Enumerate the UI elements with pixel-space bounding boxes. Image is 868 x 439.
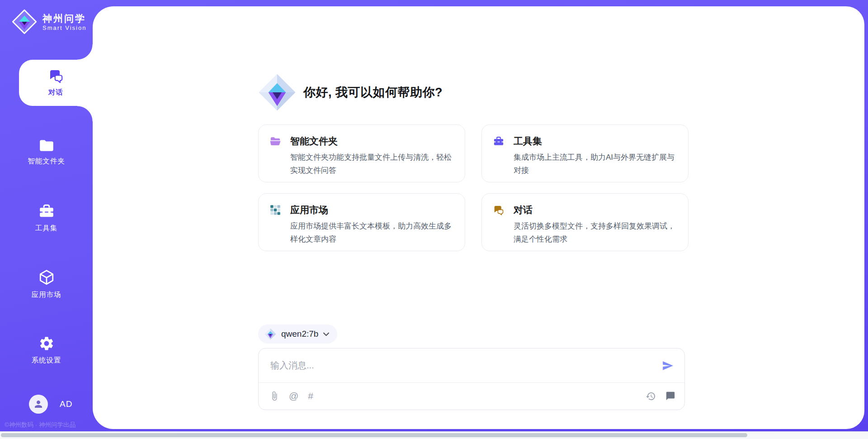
app-background: 神州问学 Smart Vision 对话 智能文件夹 工具集 xyxy=(0,0,868,432)
feature-card-chat[interactable]: 对话 灵活切换多模型文件，支持多样回复效果调试，满足个性化需求 xyxy=(481,193,689,251)
sidebar: 神州问学 Smart Vision 对话 智能文件夹 工具集 xyxy=(0,0,93,432)
brand-text: 神州问学 Smart Vision xyxy=(42,13,86,31)
card-description: 智能文件夹功能支持批量文件上传与清洗，轻松实现文件问答 xyxy=(290,151,454,177)
person-icon xyxy=(33,399,44,410)
chevron-down-icon xyxy=(323,332,329,336)
toolbox-icon xyxy=(38,203,55,220)
user-profile[interactable]: AD xyxy=(29,395,72,414)
feature-cards: 智能文件夹 智能文件夹功能支持批量文件上传与清洗，轻松实现文件问答 工具集 集成… xyxy=(258,124,685,251)
sidebar-item-label: 系统设置 xyxy=(32,356,61,365)
assistant-logo-icon xyxy=(258,73,296,111)
composer-input-row xyxy=(259,348,684,383)
brand-subtitle: Smart Vision xyxy=(42,24,86,31)
horizontal-scrollbar[interactable] xyxy=(0,431,868,439)
message-input[interactable] xyxy=(269,360,660,371)
feature-card-toolset[interactable]: 工具集 集成市场上主流工具，助力AI与外界无缝扩展与对接 xyxy=(481,124,689,182)
sidebar-item-toolset[interactable]: 工具集 xyxy=(0,202,93,234)
brand-name: 神州问学 xyxy=(42,13,86,24)
paperclip-icon xyxy=(269,391,279,401)
user-name: AD xyxy=(60,399,72,409)
topic-button[interactable]: # xyxy=(308,391,313,401)
sidebar-item-smart-folder[interactable]: 智能文件夹 xyxy=(0,136,93,168)
sidebar-item-app-market[interactable]: 应用市场 xyxy=(0,268,93,301)
greeting: 你好, 我可以如何帮助你? xyxy=(258,73,443,111)
greeting-title: 你好, 我可以如何帮助你? xyxy=(303,84,443,100)
send-icon xyxy=(662,360,674,372)
sidebar-item-label: 工具集 xyxy=(35,224,58,233)
sidebar-item-label: 对话 xyxy=(48,88,63,97)
brand: 神州问学 Smart Vision xyxy=(12,9,86,34)
model-logo-icon xyxy=(264,328,276,340)
sidebar-item-label: 智能文件夹 xyxy=(28,157,65,166)
send-button[interactable] xyxy=(660,358,675,373)
sidebar-item-chat[interactable]: 对话 xyxy=(19,60,93,106)
sidebar-item-settings[interactable]: 系统设置 xyxy=(0,334,93,367)
card-description: 灵活切换多模型文件，支持多样回复效果调试，满足个性化需求 xyxy=(514,220,677,246)
folder-open-icon xyxy=(269,136,281,146)
folder-icon xyxy=(38,138,55,153)
sidebar-footer: ©神州数码 · 神州问学出品 xyxy=(5,421,75,429)
model-selector[interactable]: qwen2:7b xyxy=(258,324,337,344)
chat-icon xyxy=(48,68,64,84)
history-button[interactable] xyxy=(646,391,656,401)
history-icon xyxy=(646,391,656,401)
feature-card-smart-folder[interactable]: 智能文件夹 智能文件夹功能支持批量文件上传与清洗，轻松实现文件问答 xyxy=(258,124,465,182)
scrollbar-thumb[interactable] xyxy=(1,433,747,437)
model-name: qwen2:7b xyxy=(281,329,318,339)
mention-button[interactable]: @ xyxy=(289,391,298,401)
main-panel: 你好, 我可以如何帮助你? 智能文件夹 智能文件夹功能支持批量文件上传与清洗，轻… xyxy=(93,6,864,429)
toolbox-icon xyxy=(493,136,505,147)
sidebar-item-label: 应用市场 xyxy=(32,290,61,300)
attach-button[interactable] xyxy=(269,391,279,401)
brand-logo-icon xyxy=(12,9,37,34)
conversations-button[interactable] xyxy=(665,391,675,401)
card-title: 工具集 xyxy=(514,135,542,148)
card-description: 应用市场提供丰富长文本模板，助力高效生成多样化文章内容 xyxy=(290,220,454,246)
chat-icon xyxy=(493,205,505,216)
card-description: 集成市场上主流工具，助力AI与外界无缝扩展与对接 xyxy=(514,151,677,177)
message-composer: @ # xyxy=(258,348,685,410)
cube-icon xyxy=(38,269,55,286)
composer-toolbar: @ # xyxy=(259,383,684,409)
gear-icon xyxy=(38,335,55,352)
card-title: 智能文件夹 xyxy=(290,135,338,148)
grid-icon xyxy=(269,205,281,215)
feature-card-app-market[interactable]: 应用市场 应用市场提供丰富长文本模板，助力高效生成多样化文章内容 xyxy=(258,193,465,251)
avatar xyxy=(29,395,48,414)
chat-bubble-icon xyxy=(665,391,675,401)
card-title: 对话 xyxy=(514,204,533,216)
card-title: 应用市场 xyxy=(290,204,328,216)
